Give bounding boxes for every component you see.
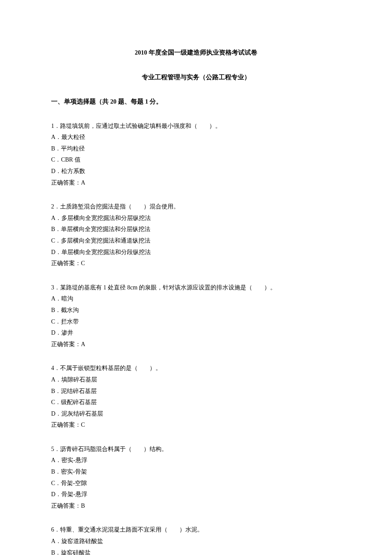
question-stem: 2．土质路堑混合挖掘法是指（ ）混合使用。 <box>51 201 341 213</box>
question-block-5: 5．沥青碎石玛脂混合料属于（ ）结构。 A．密实-悬浮 B．密实-骨架 C．骨架… <box>51 444 341 512</box>
option-d: D．松方系数 <box>51 166 341 177</box>
option-d: D．骨架-悬浮 <box>51 489 341 500</box>
option-b: B．泥结碎石基层 <box>51 386 341 397</box>
answer-line: 正确答案：C <box>51 258 341 269</box>
option-b: B．截水沟 <box>51 305 341 316</box>
answer-value: C <box>81 422 85 428</box>
option-d: D．泥灰结碎石基层 <box>51 408 341 420</box>
option-a: A．旋窑道路硅酸盐 <box>51 536 341 547</box>
answer-label: 正确答案： <box>51 260 81 266</box>
answer-value: C <box>81 260 85 266</box>
question-stem: 3．某路堤的基底有 1 处直径 8cm 的泉眼，针对该水源应设置的排水设施是（ … <box>51 282 341 294</box>
option-a: A．最大粒径 <box>51 132 341 143</box>
option-c: C．CBR 值 <box>51 154 341 166</box>
option-d: D．单层横向全宽挖掘法和分段纵挖法 <box>51 247 341 258</box>
option-c: C．拦水带 <box>51 316 341 328</box>
option-c: C．级配碎石基层 <box>51 397 341 408</box>
option-c: C．骨架-空隙 <box>51 478 341 489</box>
question-block-4: 4．不属于嵌锁型粒料基层的是（ ）。 A．填隙碎石基层 B．泥结碎石基层 C．级… <box>51 363 341 431</box>
question-block-3: 3．某路堤的基底有 1 处直径 8cm 的泉眼，针对该水源应设置的排水设施是（ … <box>51 282 341 350</box>
answer-line: 正确答案：B <box>51 500 341 512</box>
answer-value: A <box>81 179 85 186</box>
answer-label: 正确答案： <box>51 503 81 509</box>
answer-value: A <box>81 341 85 347</box>
sub-title: 专业工程管理与实务（公路工程专业） <box>51 72 341 84</box>
answer-label: 正确答案： <box>51 341 81 347</box>
option-a: A．多层横向全宽挖掘法和分层纵挖法 <box>51 213 341 224</box>
answer-label: 正确答案： <box>51 422 81 428</box>
option-c: C．多层横向全宽挖掘法和通道纵挖法 <box>51 235 341 247</box>
answer-line: 正确答案：C <box>51 419 341 431</box>
option-b: B．单层横向全宽挖掘法和分层纵挖法 <box>51 224 341 235</box>
answer-value: B <box>81 503 85 509</box>
option-a: A．密实-悬浮 <box>51 455 341 466</box>
question-block-1: 1．路堤填筑前，应通过取土试验确定填料最小强度和（ ）。 A．最大粒径 B．平均… <box>51 121 341 189</box>
option-a: A．暗沟 <box>51 293 341 305</box>
main-title: 2010 年度全国一级建造师执业资格考试试卷 <box>51 47 341 59</box>
option-b: B．平均粒径 <box>51 143 341 155</box>
answer-line: 正确答案：A <box>51 177 341 189</box>
option-b: B．旋窑硅酸盐 <box>51 547 341 555</box>
question-stem: 6．特重、重交通水泥混凝土路面不宜采用（ ）水泥。 <box>51 524 341 536</box>
option-a: A．填隙碎石基层 <box>51 374 341 386</box>
question-stem: 5．沥青碎石玛脂混合料属于（ ）结构。 <box>51 444 341 455</box>
answer-label: 正确答案： <box>51 179 81 186</box>
question-block-6: 6．特重、重交通水泥混凝土路面不宜采用（ ）水泥。 A．旋窑道路硅酸盐 B．旋窑… <box>51 524 341 555</box>
question-stem: 1．路堤填筑前，应通过取土试验确定填料最小强度和（ ）。 <box>51 121 341 132</box>
answer-line: 正确答案：A <box>51 339 341 350</box>
question-stem: 4．不属于嵌锁型粒料基层的是（ ）。 <box>51 363 341 374</box>
question-block-2: 2．土质路堑混合挖掘法是指（ ）混合使用。 A．多层横向全宽挖掘法和分层纵挖法 … <box>51 201 341 269</box>
section-header: 一、单项选择题（共 20 题、每题 1 分。 <box>51 96 341 108</box>
option-b: B．密实-骨架 <box>51 466 341 478</box>
option-d: D．渗井 <box>51 327 341 339</box>
